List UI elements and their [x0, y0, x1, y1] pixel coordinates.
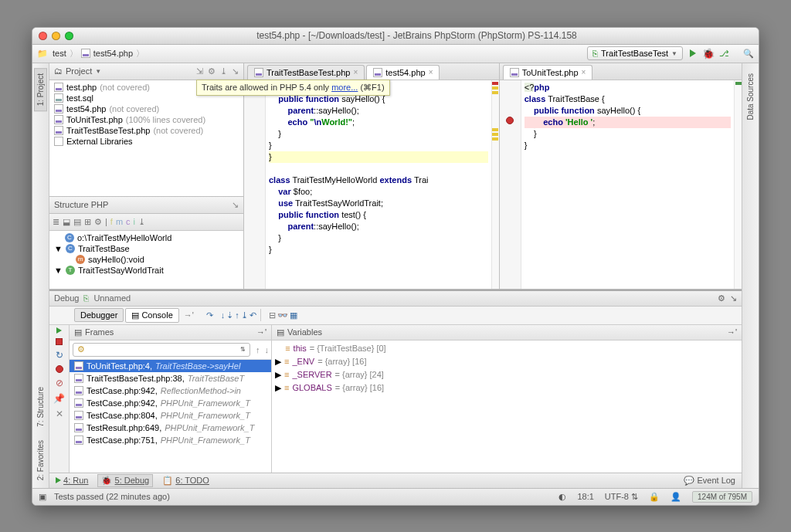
rerun-icon[interactable]: ↻ [56, 350, 63, 361]
project-file[interactable]: TraitTestBaseTest.php (not covered) [49, 125, 243, 136]
encoding-selector[interactable]: UTF-8 ⇅ [605, 492, 638, 502]
breadcrumb-root[interactable]: test [53, 49, 66, 58]
more-icon[interactable]: →' [181, 310, 197, 320]
hide-icon[interactable]: ↘ [232, 200, 239, 210]
memory-indicator[interactable]: 124M of 795M [692, 491, 752, 503]
layout-icon[interactable]: ▦ [290, 310, 297, 320]
gear-icon[interactable]: ⚙ [94, 217, 102, 227]
tab-run[interactable]: 4: Run [56, 476, 88, 485]
show-inherit-icon[interactable]: i [134, 217, 135, 226]
more-icon[interactable]: →' [256, 327, 266, 337]
tab-debug[interactable]: 🐞 5: Debug [97, 474, 153, 487]
close-icon[interactable]: ✕ [56, 408, 63, 419]
project-file[interactable]: test54.php (not covered) [49, 103, 243, 114]
close-tab-icon[interactable]: × [582, 68, 586, 76]
stack-frame[interactable]: ToUnitTest.php:4, TraitTestBase->sayHel [70, 360, 271, 372]
drop-frame-icon[interactable]: ↶ [250, 310, 256, 320]
stack-frame[interactable]: TestCase.php:942, ReflectionMethod->in [70, 385, 271, 397]
chevron-down-icon[interactable]: ▼ [95, 68, 101, 75]
hide-icon[interactable]: ↘ [730, 293, 737, 303]
search-icon[interactable]: 🔍 [743, 49, 754, 59]
show-fields-icon[interactable]: f [110, 217, 113, 226]
gutter-right[interactable] [500, 80, 521, 289]
gutter-left[interactable] [244, 80, 266, 289]
editor-tab[interactable]: TraitTestBaseTest.php× [247, 65, 365, 80]
stack-frame[interactable]: TestResult.php:649, PHPUnit_Framework_T [70, 422, 271, 434]
tool-tab-favorites[interactable]: 2: Favorites [34, 435, 47, 486]
variable-row[interactable]: ▶ ≡ _ENV = {array} [16] [275, 355, 738, 368]
project-file[interactable]: External Libraries [49, 136, 243, 147]
event-log-button[interactable]: 💬 Event Log [684, 476, 735, 486]
expand-icon[interactable]: ▤ [73, 217, 81, 227]
view-breakpoints-icon[interactable] [56, 365, 63, 373]
gear-icon[interactable]: ⚙ [718, 293, 725, 303]
status-icon[interactable]: ▣ [39, 492, 46, 502]
stack-frame[interactable]: TestCase.php:942, PHPUnit_Framework_T [70, 397, 271, 409]
step-over-icon[interactable]: ↷ [206, 310, 213, 320]
force-step-into-icon[interactable]: ⇣ [226, 310, 233, 320]
bg-tasks-icon[interactable]: ◐ [558, 492, 566, 502]
tool-tab-project[interactable]: 1: Project [34, 68, 47, 111]
editor-tab[interactable]: ToUnitTest.php× [503, 65, 593, 80]
breakpoint-icon[interactable] [506, 117, 514, 124]
thread-selector[interactable]: ⚙ ⇅ [73, 343, 250, 357]
project-tree[interactable]: test.php (not covered)test.sql test54.ph… [49, 80, 243, 196]
mute-breakpoints-icon[interactable]: ⊘ [56, 378, 63, 388]
settings-icon[interactable]: ⚙ [208, 66, 216, 76]
stack-frame[interactable]: TraitTestBaseTest.php:38, TraitTestBaseT [70, 372, 271, 385]
structure-tree[interactable]: C o:\TraitTestMyHelloWorld▼ C TraitTestB… [49, 231, 243, 289]
variables-list[interactable]: ≡ this = {TraitTestBase} [0]▶ ≡ _ENV = {… [272, 341, 742, 473]
structure-item[interactable]: ▼ C TraitTestBase [49, 243, 243, 254]
stop-icon[interactable] [56, 338, 63, 345]
structure-item[interactable]: C o:\TraitTestMyHelloWorld [49, 232, 243, 243]
sort-icon[interactable]: ≣ [53, 217, 59, 227]
hide-icon[interactable]: ↘ [232, 66, 239, 76]
variable-row[interactable]: ▶ ≡ _SERVER = {array} [24] [275, 368, 738, 381]
breadcrumb-file[interactable]: test54.php [93, 49, 133, 58]
evaluate-icon[interactable]: ⊟ [269, 310, 276, 320]
show-methods-icon[interactable]: m [116, 217, 123, 226]
tab-todo[interactable]: 📋 6: TODO [162, 476, 209, 486]
hector-icon[interactable]: 👤 [670, 492, 681, 502]
run-config-selector[interactable]: ⎘ TraitTestBaseTest ▼ [587, 46, 683, 60]
autoscroll-icon[interactable]: ⤓ [220, 66, 227, 76]
structure-item[interactable]: m sayHello():void [49, 254, 243, 265]
variable-row[interactable]: ≡ this = {TraitTestBase} [0] [275, 342, 738, 355]
more-icon[interactable]: →' [727, 327, 737, 337]
frames-list[interactable]: ToUnitTest.php:4, TraitTestBase->sayHelT… [70, 360, 271, 473]
filter-icon[interactable]: ⬓ [63, 217, 70, 227]
tool-tab-data-sources[interactable]: Data Sources [744, 68, 757, 126]
show-consts-icon[interactable]: c [126, 217, 131, 226]
watches-icon[interactable]: 👓 [277, 310, 288, 320]
next-frame-icon[interactable]: ↓ [263, 345, 272, 354]
autoscroll-icon[interactable]: ⤓ [138, 217, 145, 227]
tooltip-more-link[interactable]: more... [331, 83, 358, 92]
structure-item[interactable]: ▼ T TraitTestSayWorldTrait [49, 265, 243, 276]
pin-icon[interactable]: 📌 [53, 393, 65, 404]
zoom-window-button[interactable] [65, 32, 73, 40]
stack-frame[interactable]: TestCase.php:804, PHPUnit_Framework_T [70, 409, 271, 422]
close-tab-icon[interactable]: × [429, 68, 433, 76]
close-window-button[interactable] [39, 32, 47, 40]
debug-button[interactable]: 🐞 [703, 48, 714, 59]
minimize-window-button[interactable] [52, 32, 60, 40]
code-area-left[interactable]: trait TraitTestSayWorldTrait { public fu… [244, 80, 499, 289]
step-into-icon[interactable]: ↓ [221, 310, 226, 320]
editor-tab[interactable]: test54.php× [366, 65, 440, 80]
code-area-right[interactable]: <?phpclass TraitTestBase { public functi… [500, 80, 742, 289]
variable-row[interactable]: ▶ ≡ GLOBALS = {array} [16] [275, 381, 738, 395]
resume-icon[interactable] [56, 327, 62, 334]
breadcrumb[interactable]: test 〉 test54.php 〉 [53, 48, 144, 59]
close-tab-icon[interactable]: × [353, 68, 358, 76]
stack-frame[interactable]: TestCase.php:751, PHPUnit_Framework_T [70, 434, 271, 446]
caret-position[interactable]: 18:1 [577, 492, 593, 501]
run-to-cursor-icon[interactable]: ⤓ [241, 310, 248, 320]
project-file[interactable]: ToUnitTest.php (100% lines covered) [49, 114, 243, 125]
step-out-icon[interactable]: ↑ [235, 310, 239, 320]
collapse-icon[interactable]: ⇲ [196, 66, 203, 76]
run-button[interactable] [687, 48, 698, 59]
tool-tab-structure[interactable]: 7: Structure [34, 381, 47, 432]
prev-frame-icon[interactable]: ↑ [253, 345, 263, 354]
tab-console[interactable]: ▤ Console [125, 308, 178, 323]
lock-icon[interactable]: 🔒 [649, 492, 660, 502]
